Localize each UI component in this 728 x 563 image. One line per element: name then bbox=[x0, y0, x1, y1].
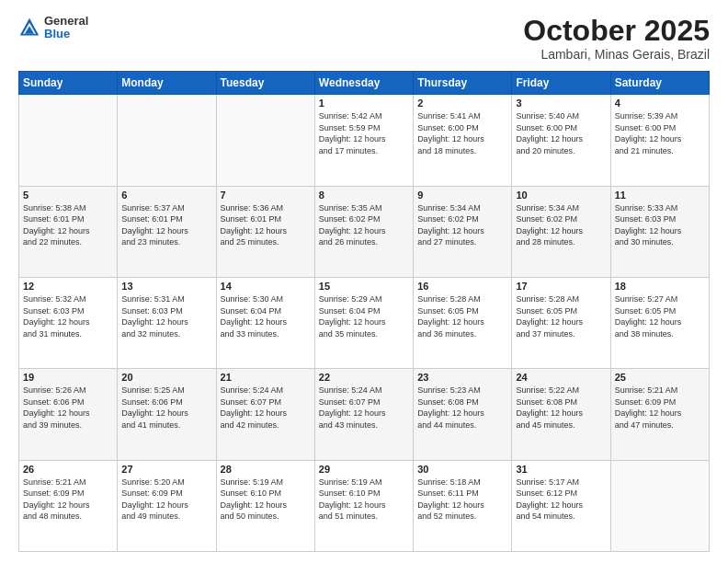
day-number: 1 bbox=[319, 98, 409, 109]
day-number: 11 bbox=[615, 190, 705, 201]
day-info: Sunrise: 5:38 AM Sunset: 6:01 PM Dayligh… bbox=[23, 202, 113, 248]
day-info: Sunrise: 5:20 AM Sunset: 6:09 PM Dayligh… bbox=[121, 477, 211, 523]
calendar-week-1: 5Sunrise: 5:38 AM Sunset: 6:01 PM Daylig… bbox=[19, 186, 710, 277]
calendar-cell: 29Sunrise: 5:19 AM Sunset: 6:10 PM Dayli… bbox=[314, 460, 413, 551]
day-info: Sunrise: 5:39 AM Sunset: 6:00 PM Dayligh… bbox=[615, 110, 705, 156]
day-number: 10 bbox=[516, 190, 606, 201]
day-number: 20 bbox=[121, 372, 211, 383]
calendar-cell bbox=[610, 460, 709, 551]
calendar-cell: 26Sunrise: 5:21 AM Sunset: 6:09 PM Dayli… bbox=[19, 460, 118, 551]
day-info: Sunrise: 5:19 AM Sunset: 6:10 PM Dayligh… bbox=[319, 477, 409, 523]
calendar-cell: 12Sunrise: 5:32 AM Sunset: 6:03 PM Dayli… bbox=[19, 277, 118, 368]
weekday-header-sunday: Sunday bbox=[19, 72, 118, 95]
day-number: 21 bbox=[221, 372, 311, 383]
day-info: Sunrise: 5:35 AM Sunset: 6:02 PM Dayligh… bbox=[319, 202, 409, 248]
logo-general: General bbox=[44, 15, 88, 28]
day-info: Sunrise: 5:27 AM Sunset: 6:05 PM Dayligh… bbox=[615, 293, 705, 339]
logo-text: General Blue bbox=[44, 15, 88, 41]
day-info: Sunrise: 5:42 AM Sunset: 5:59 PM Dayligh… bbox=[319, 110, 409, 156]
logo-icon bbox=[18, 17, 40, 39]
calendar-cell: 27Sunrise: 5:20 AM Sunset: 6:09 PM Dayli… bbox=[118, 460, 216, 551]
calendar-cell: 18Sunrise: 5:27 AM Sunset: 6:05 PM Dayli… bbox=[610, 277, 709, 368]
calendar-cell: 2Sunrise: 5:41 AM Sunset: 6:00 PM Daylig… bbox=[414, 95, 512, 186]
day-number: 24 bbox=[516, 372, 606, 383]
day-info: Sunrise: 5:28 AM Sunset: 6:05 PM Dayligh… bbox=[516, 293, 606, 339]
calendar-cell: 25Sunrise: 5:21 AM Sunset: 6:09 PM Dayli… bbox=[610, 369, 709, 460]
calendar-week-0: 1Sunrise: 5:42 AM Sunset: 5:59 PM Daylig… bbox=[19, 95, 710, 186]
day-number: 27 bbox=[121, 464, 211, 475]
calendar-week-3: 19Sunrise: 5:26 AM Sunset: 6:06 PM Dayli… bbox=[19, 369, 710, 460]
day-number: 3 bbox=[516, 98, 606, 109]
calendar-cell: 5Sunrise: 5:38 AM Sunset: 6:01 PM Daylig… bbox=[19, 186, 118, 277]
calendar-cell: 14Sunrise: 5:30 AM Sunset: 6:04 PM Dayli… bbox=[216, 277, 314, 368]
day-info: Sunrise: 5:31 AM Sunset: 6:03 PM Dayligh… bbox=[121, 293, 211, 339]
calendar-cell: 15Sunrise: 5:29 AM Sunset: 6:04 PM Dayli… bbox=[314, 277, 413, 368]
weekday-header-monday: Monday bbox=[118, 72, 216, 95]
day-info: Sunrise: 5:24 AM Sunset: 6:07 PM Dayligh… bbox=[319, 385, 409, 431]
day-number: 25 bbox=[615, 372, 705, 383]
calendar-cell: 13Sunrise: 5:31 AM Sunset: 6:03 PM Dayli… bbox=[118, 277, 216, 368]
calendar-cell: 28Sunrise: 5:19 AM Sunset: 6:10 PM Dayli… bbox=[216, 460, 314, 551]
calendar-cell: 17Sunrise: 5:28 AM Sunset: 6:05 PM Dayli… bbox=[512, 277, 610, 368]
calendar-cell: 4Sunrise: 5:39 AM Sunset: 6:00 PM Daylig… bbox=[610, 95, 709, 186]
day-info: Sunrise: 5:34 AM Sunset: 6:02 PM Dayligh… bbox=[417, 202, 507, 248]
calendar-cell: 30Sunrise: 5:18 AM Sunset: 6:11 PM Dayli… bbox=[414, 460, 512, 551]
logo: General Blue bbox=[18, 15, 88, 41]
day-number: 14 bbox=[221, 281, 311, 292]
day-number: 23 bbox=[417, 372, 507, 383]
day-info: Sunrise: 5:34 AM Sunset: 6:02 PM Dayligh… bbox=[516, 202, 606, 248]
calendar-cell: 8Sunrise: 5:35 AM Sunset: 6:02 PM Daylig… bbox=[314, 186, 413, 277]
weekday-header-tuesday: Tuesday bbox=[216, 72, 314, 95]
day-info: Sunrise: 5:36 AM Sunset: 6:01 PM Dayligh… bbox=[221, 202, 311, 248]
top-area: General Blue October 2025 Lambari, Minas… bbox=[18, 15, 710, 62]
calendar-cell: 16Sunrise: 5:28 AM Sunset: 6:05 PM Dayli… bbox=[414, 277, 512, 368]
day-info: Sunrise: 5:30 AM Sunset: 6:04 PM Dayligh… bbox=[221, 293, 311, 339]
calendar-week-2: 12Sunrise: 5:32 AM Sunset: 6:03 PM Dayli… bbox=[19, 277, 710, 368]
day-number: 18 bbox=[615, 281, 705, 292]
day-number: 17 bbox=[516, 281, 606, 292]
day-info: Sunrise: 5:41 AM Sunset: 6:00 PM Dayligh… bbox=[417, 110, 507, 156]
day-info: Sunrise: 5:37 AM Sunset: 6:01 PM Dayligh… bbox=[121, 202, 211, 248]
day-number: 22 bbox=[319, 372, 409, 383]
day-number: 29 bbox=[319, 464, 409, 475]
calendar-cell: 19Sunrise: 5:26 AM Sunset: 6:06 PM Dayli… bbox=[19, 369, 118, 460]
calendar-cell bbox=[118, 95, 216, 186]
calendar-cell bbox=[19, 95, 118, 186]
day-info: Sunrise: 5:33 AM Sunset: 6:03 PM Dayligh… bbox=[615, 202, 705, 248]
page: General Blue October 2025 Lambari, Minas… bbox=[0, 0, 728, 563]
day-number: 6 bbox=[121, 190, 211, 201]
month-title: October 2025 bbox=[523, 15, 710, 47]
day-info: Sunrise: 5:23 AM Sunset: 6:08 PM Dayligh… bbox=[417, 385, 507, 431]
weekday-header-saturday: Saturday bbox=[610, 72, 709, 95]
day-info: Sunrise: 5:28 AM Sunset: 6:05 PM Dayligh… bbox=[417, 293, 507, 339]
day-info: Sunrise: 5:25 AM Sunset: 6:06 PM Dayligh… bbox=[121, 385, 211, 431]
calendar-table: SundayMondayTuesdayWednesdayThursdayFrid… bbox=[18, 71, 710, 552]
calendar-cell: 6Sunrise: 5:37 AM Sunset: 6:01 PM Daylig… bbox=[118, 186, 216, 277]
day-number: 9 bbox=[417, 190, 507, 201]
day-info: Sunrise: 5:24 AM Sunset: 6:07 PM Dayligh… bbox=[221, 385, 311, 431]
day-number: 12 bbox=[23, 281, 113, 292]
calendar-cell: 24Sunrise: 5:22 AM Sunset: 6:08 PM Dayli… bbox=[512, 369, 610, 460]
weekday-header-wednesday: Wednesday bbox=[314, 72, 413, 95]
calendar-cell: 7Sunrise: 5:36 AM Sunset: 6:01 PM Daylig… bbox=[216, 186, 314, 277]
day-info: Sunrise: 5:40 AM Sunset: 6:00 PM Dayligh… bbox=[516, 110, 606, 156]
day-info: Sunrise: 5:29 AM Sunset: 6:04 PM Dayligh… bbox=[319, 293, 409, 339]
day-info: Sunrise: 5:26 AM Sunset: 6:06 PM Dayligh… bbox=[23, 385, 113, 431]
day-number: 8 bbox=[319, 190, 409, 201]
calendar-cell: 3Sunrise: 5:40 AM Sunset: 6:00 PM Daylig… bbox=[512, 95, 610, 186]
calendar-cell: 23Sunrise: 5:23 AM Sunset: 6:08 PM Dayli… bbox=[414, 369, 512, 460]
day-info: Sunrise: 5:19 AM Sunset: 6:10 PM Dayligh… bbox=[221, 477, 311, 523]
calendar-week-4: 26Sunrise: 5:21 AM Sunset: 6:09 PM Dayli… bbox=[19, 460, 710, 551]
calendar-cell: 10Sunrise: 5:34 AM Sunset: 6:02 PM Dayli… bbox=[512, 186, 610, 277]
day-number: 28 bbox=[221, 464, 311, 475]
day-number: 16 bbox=[417, 281, 507, 292]
day-info: Sunrise: 5:17 AM Sunset: 6:12 PM Dayligh… bbox=[516, 477, 606, 523]
weekday-header-friday: Friday bbox=[512, 72, 610, 95]
weekday-header-thursday: Thursday bbox=[414, 72, 512, 95]
logo-blue: Blue bbox=[44, 28, 88, 40]
day-number: 31 bbox=[516, 464, 606, 475]
calendar-cell: 31Sunrise: 5:17 AM Sunset: 6:12 PM Dayli… bbox=[512, 460, 610, 551]
day-info: Sunrise: 5:32 AM Sunset: 6:03 PM Dayligh… bbox=[23, 293, 113, 339]
day-number: 15 bbox=[319, 281, 409, 292]
day-number: 5 bbox=[23, 190, 113, 201]
